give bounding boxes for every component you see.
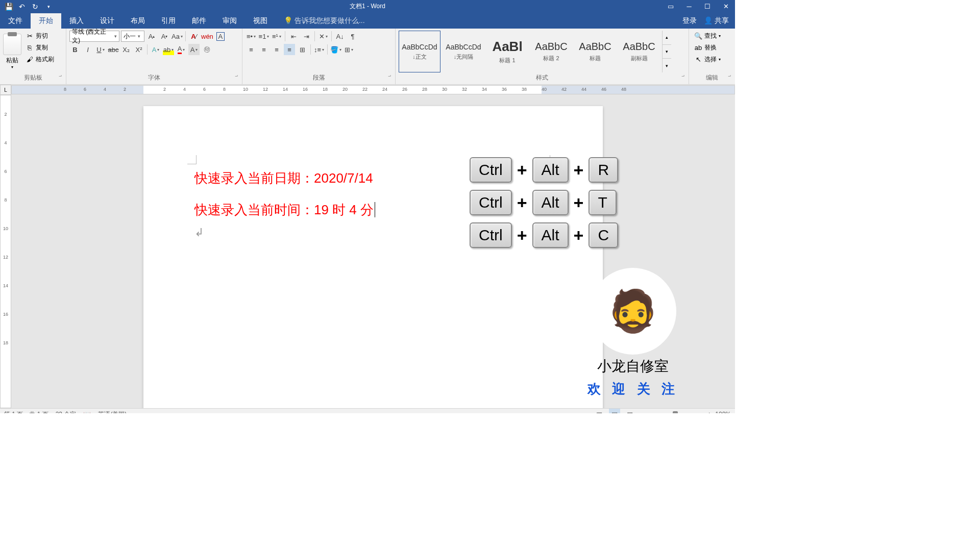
sort-button[interactable]: A↓ (334, 31, 346, 42)
save-icon[interactable]: 💾 (3, 1, 14, 12)
style-标题 1[interactable]: AaBl标题 1 (486, 31, 528, 72)
tab-layout[interactable]: 布局 (122, 13, 153, 29)
subscript-button[interactable]: X₂ (120, 44, 132, 55)
styles-down-icon[interactable]: ▾ (663, 44, 671, 59)
key-letter: R (589, 157, 618, 183)
tab-design[interactable]: 设计 (92, 13, 122, 29)
zoom-out-button[interactable]: − (640, 411, 643, 413)
watermark-sub: 欢 迎 关 注 (587, 380, 679, 398)
grow-font-button[interactable]: A▴ (146, 31, 157, 42)
bullets-button[interactable]: ≡• (246, 31, 257, 42)
align-left-button[interactable]: ≡ (246, 44, 257, 55)
style-副标题[interactable]: AaBbC副标题 (618, 31, 660, 72)
avatar-icon: 🧔 (607, 287, 658, 335)
strike-button[interactable]: abc (108, 44, 119, 55)
group-clipboard: 粘贴 ▾ ✂剪切 ⎘复制 🖌格式刷 剪贴板 (0, 29, 66, 84)
highlight-button[interactable]: ab (163, 44, 174, 55)
read-mode-icon[interactable]: ▦ (594, 409, 605, 413)
style-↓正文[interactable]: AaBbCcDd↓正文 (399, 31, 440, 72)
group-editing: 🔍查找 ▾ ab替换 ↖选择 ▾ 编辑 (689, 29, 735, 84)
language-indicator[interactable]: 英语(美国) (98, 410, 127, 414)
shortcut-overlay: Ctrl+Alt+RCtrl+Alt+TCtrl+Alt+C (470, 157, 618, 248)
page[interactable]: 快速录入当前日期：2020/7/14 快速录入当前时间：19 时 4 分 ↲ (143, 106, 603, 408)
select-button[interactable]: ↖选择 ▾ (692, 54, 732, 65)
share-button[interactable]: 👤 共享 (704, 16, 729, 26)
copy-button[interactable]: ⎘复制 (23, 42, 56, 53)
window-title: 文档1 - Word (350, 2, 385, 11)
style-↓无间隔[interactable]: AaBbCcDd↓无间隔 (443, 31, 484, 72)
bold-button[interactable]: B (69, 44, 81, 55)
paste-button[interactable]: 粘贴 ▾ (3, 31, 21, 72)
zoom-in-button[interactable]: + (707, 411, 711, 413)
tab-file[interactable]: 文件 (0, 13, 31, 29)
align-right-button[interactable]: ≡ (271, 44, 282, 55)
justify-button[interactable]: ≡ (284, 44, 295, 55)
underline-button[interactable]: U (95, 44, 106, 55)
numbering-button[interactable]: ≡1 (258, 31, 270, 42)
char-border-button[interactable]: A (215, 31, 226, 42)
multilevel-button[interactable]: ≡¹ (271, 31, 282, 42)
text-effects-button[interactable]: A (150, 44, 161, 55)
page-indicator[interactable]: 第 1 页，共 1 页 (4, 410, 48, 414)
group-label-font: 字体 (69, 72, 239, 83)
key-ctrl: Ctrl (470, 190, 512, 215)
tab-review[interactable]: 审阅 (214, 13, 245, 29)
distributed-button[interactable]: ⊞ (297, 44, 308, 55)
key-alt: Alt (532, 190, 569, 215)
ruler-row: L 86422468101214161820222426283032343638… (0, 85, 735, 95)
decrease-indent-button[interactable]: ⇤ (288, 31, 299, 42)
styles-more-icon[interactable]: ▾ (663, 58, 671, 72)
font-name-combo[interactable]: 等线 (西文正文) (69, 31, 119, 42)
style-标题 2[interactable]: AaBbC标题 2 (530, 31, 572, 72)
ribbon-options-icon[interactable]: ▭ (662, 0, 680, 13)
zoom-level[interactable]: 100% (715, 411, 731, 413)
clear-format-button[interactable]: A⁄ (188, 31, 200, 42)
show-marks-button[interactable]: ¶ (347, 31, 358, 42)
borders-button[interactable]: ⊞ (343, 44, 354, 55)
tell-me[interactable]: 💡 告诉我您想要做什么... (276, 13, 373, 29)
vertical-ruler[interactable]: 24681012141618 (0, 95, 11, 408)
spellcheck-icon[interactable]: 📖 (83, 411, 91, 413)
char-shading-button[interactable]: A (188, 44, 200, 55)
format-painter-button[interactable]: 🖌格式刷 (23, 54, 56, 65)
horizontal-ruler[interactable]: 8642246810121416182022242628303234363840… (11, 85, 735, 94)
enclose-char-button[interactable]: ㊞ (201, 44, 212, 55)
qat-dropdown-icon[interactable]: ▾ (43, 1, 54, 12)
font-size-combo[interactable]: 小一 (121, 31, 144, 42)
styles-up-icon[interactable]: ▴ (663, 31, 671, 44)
tab-home[interactable]: 开始 (31, 13, 61, 29)
superscript-button[interactable]: X² (133, 44, 144, 55)
find-button[interactable]: 🔍查找 ▾ (692, 31, 732, 41)
tab-view[interactable]: 视图 (245, 13, 276, 29)
shading-button[interactable]: 🪣 (330, 44, 341, 55)
increase-indent-button[interactable]: ⇥ (301, 31, 312, 42)
maximize-icon[interactable]: ☐ (698, 0, 717, 13)
undo-icon[interactable]: ↶ (16, 1, 28, 12)
print-layout-icon[interactable]: ▤ (609, 409, 620, 413)
word-count[interactable]: 23 个字 (56, 410, 77, 414)
web-layout-icon[interactable]: ▧ (624, 409, 635, 413)
shrink-font-button[interactable]: A▾ (159, 31, 170, 42)
replace-button[interactable]: ab替换 (692, 42, 732, 53)
align-center-button[interactable]: ≡ (258, 44, 270, 55)
minimize-icon[interactable]: ─ (680, 0, 698, 13)
line-spacing-button[interactable]: ↕≡ (313, 44, 325, 55)
tab-insert[interactable]: 插入 (61, 13, 92, 29)
font-color-button[interactable]: A (176, 44, 187, 55)
login-button[interactable]: 登录 (682, 16, 697, 26)
group-label-paragraph: 段落 (246, 72, 392, 83)
tab-references[interactable]: 引用 (153, 13, 184, 29)
brush-icon: 🖌 (26, 56, 34, 64)
italic-button[interactable]: I (82, 44, 93, 55)
close-icon[interactable]: ✕ (717, 0, 735, 13)
style-标题[interactable]: AaBbC标题 (574, 31, 616, 72)
crop-mark-icon (187, 155, 197, 164)
cut-button[interactable]: ✂剪切 (23, 31, 56, 41)
tab-mail[interactable]: 邮件 (184, 13, 214, 29)
ruler-corner[interactable]: L (0, 85, 11, 95)
phonetic-button[interactable]: wén (201, 31, 213, 42)
redo-icon[interactable]: ↻ (30, 1, 41, 12)
change-case-button[interactable]: Aa (172, 31, 183, 42)
asian-layout-button[interactable]: ✕ (317, 31, 329, 42)
shortcut-row: Ctrl+Alt+T (470, 190, 618, 215)
